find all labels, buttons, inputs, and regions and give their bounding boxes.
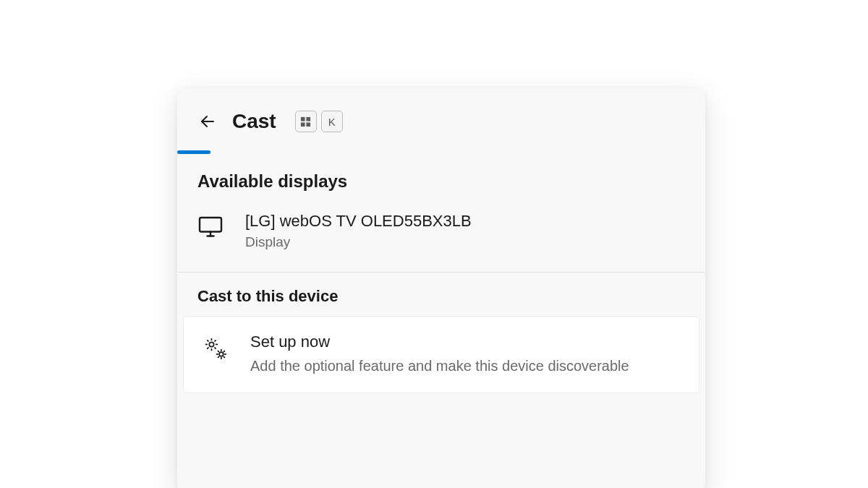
cast-to-device-section: Cast to this device Set up now Add the o…	[177, 273, 705, 401]
svg-rect-5	[200, 218, 221, 232]
k-key-badge: K	[321, 111, 343, 132]
svg-point-9	[219, 352, 224, 356]
windows-logo-icon	[300, 116, 311, 127]
setup-description: Add the optional feature and make this d…	[250, 355, 629, 377]
svg-rect-2	[307, 116, 311, 121]
display-type: Display	[245, 234, 472, 250]
back-button[interactable]	[199, 113, 216, 130]
display-name: [LG] webOS TV OLED55BX3LB	[245, 210, 472, 233]
panel-title: Cast	[232, 110, 276, 133]
cast-panel: Cast K Available displays	[177, 88, 705, 488]
monitor-icon	[197, 213, 224, 239]
windows-key-badge	[295, 111, 317, 132]
cast-to-device-heading: Cast to this device	[197, 287, 685, 306]
setup-card-text: Set up now Add the optional feature and …	[250, 331, 629, 377]
setup-now-card[interactable]: Set up now Add the optional feature and …	[183, 316, 699, 393]
keyboard-shortcut: K	[295, 111, 343, 132]
display-item-text: [LG] webOS TV OLED55BX3LB Display	[245, 210, 472, 250]
svg-rect-3	[301, 122, 305, 127]
setup-title: Set up now	[250, 331, 629, 354]
available-displays-heading: Available displays	[197, 171, 685, 192]
arrow-left-icon	[199, 113, 216, 130]
svg-rect-1	[301, 116, 305, 121]
panel-header: Cast K	[177, 88, 705, 149]
available-displays-section: Available displays [LG] webOS TV OLED55B…	[177, 154, 705, 272]
display-list-item[interactable]: [LG] webOS TV OLED55BX3LB Display	[197, 210, 685, 265]
gears-icon	[201, 334, 230, 363]
svg-rect-4	[307, 122, 311, 127]
svg-point-8	[209, 342, 213, 346]
